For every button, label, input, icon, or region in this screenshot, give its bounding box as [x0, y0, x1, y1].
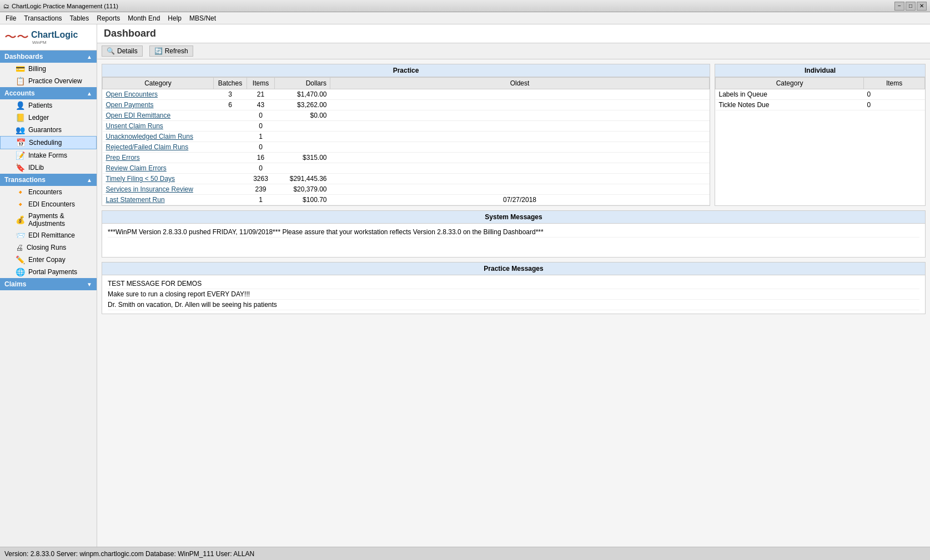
menu-reports[interactable]: Reports — [93, 13, 123, 23]
sidebar-payments-adjustments-label: Payments & Adjustments — [28, 212, 92, 228]
refresh-button[interactable]: 🔄 Refresh — [149, 46, 193, 57]
dashboards-header-label: Dashboards — [4, 53, 43, 60]
dashboards-section-header[interactable]: Dashboards — [0, 51, 97, 63]
row-items: 21 — [247, 89, 275, 100]
row-category: Open EDI Remittance — [103, 110, 214, 121]
sidebar-item-idlib[interactable]: 🔖 IDLib — [0, 162, 97, 174]
table-row[interactable]: Prep Errors 16 $315.00 — [103, 153, 710, 163]
menu-file[interactable]: File — [2, 13, 19, 23]
menu-help[interactable]: Help — [164, 13, 185, 23]
row-category: Tickle Notes Due — [716, 100, 864, 110]
sidebar-guarantors-label: Guarantors — [28, 126, 62, 134]
sidebar-item-encounters[interactable]: 🔸 Encounters — [0, 186, 97, 198]
sidebar-item-ledger[interactable]: 📒 Ledger — [0, 112, 97, 124]
row-oldest — [330, 142, 710, 153]
menu-mbs-net[interactable]: MBS/Net — [186, 13, 219, 23]
table-row[interactable]: Open EDI Remittance 0 $0.00 — [103, 110, 710, 121]
message-row: TEST MESSAGE FOR DEMOS — [108, 279, 919, 289]
sidebar-item-closing-runs[interactable]: 🖨 Closing Runs — [0, 241, 97, 254]
billing-icon: 💳 — [16, 64, 25, 73]
sidebar-closing-runs-label: Closing Runs — [27, 244, 66, 251]
sidebar-edi-encounters-label: EDI Encounters — [28, 200, 75, 208]
table-row[interactable]: Unacknowledged Claim Runs 1 — [103, 132, 710, 142]
sidebar-item-practice-overview[interactable]: 📋 Practice Overview — [0, 75, 97, 87]
row-dollars: $315.00 — [275, 153, 330, 163]
row-category: Review Claim Errors — [103, 163, 214, 174]
row-dollars — [275, 163, 330, 174]
row-items: 0 — [247, 142, 275, 153]
row-oldest — [330, 184, 710, 195]
row-items: 1 — [247, 195, 275, 205]
practice-table: Category Batches Items Dollars Oldest Op… — [102, 77, 710, 205]
refresh-label: Refresh — [165, 47, 188, 55]
row-oldest: 07/27/2018 — [330, 195, 710, 205]
sidebar-intake-forms-label: Intake Forms — [28, 152, 67, 159]
row-batches — [214, 121, 247, 132]
row-items: 0 — [247, 110, 275, 121]
toolbar: 🔍 Details 🔄 Refresh — [97, 43, 930, 59]
row-items: 0 — [247, 121, 275, 132]
sidebar-item-edi-remittance[interactable]: 📨 EDI Remittance — [0, 229, 97, 241]
table-row[interactable]: Services in Insurance Review 239 $20,379… — [103, 184, 710, 195]
table-row[interactable]: Labels in Queue 0 — [716, 89, 925, 100]
row-batches — [214, 110, 247, 121]
menu-month-end[interactable]: Month End — [124, 13, 163, 23]
menu-transactions[interactable]: Transactions — [21, 13, 65, 23]
row-category: Unsent Claim Runs — [103, 121, 214, 132]
row-oldest — [330, 153, 710, 163]
claims-section-header[interactable]: Claims — [0, 278, 97, 290]
edi-remittance-icon: 📨 — [16, 231, 25, 240]
table-row[interactable]: Rejected/Failed Claim Runs 0 — [103, 142, 710, 153]
table-row[interactable]: Last Statement Run 1 $100.70 07/27/2018 — [103, 195, 710, 205]
sidebar-item-intake-forms[interactable]: 📝 Intake Forms — [0, 149, 97, 162]
practice-col-oldest: Oldest — [330, 78, 710, 89]
accounts-section-header[interactable]: Accounts — [0, 87, 97, 99]
practice-overview-icon: 📋 — [16, 77, 25, 85]
individual-col-category: Category — [716, 78, 864, 89]
row-oldest — [330, 163, 710, 174]
sidebar-idlib-label: IDLib — [28, 164, 44, 171]
row-oldest — [330, 174, 710, 184]
details-button[interactable]: 🔍 Details — [102, 46, 143, 57]
table-row[interactable]: Unsent Claim Runs 0 — [103, 121, 710, 132]
system-messages-content: ***WinPM Version 2.8.33.0 pushed FRIDAY,… — [102, 224, 925, 257]
transactions-section-header[interactable]: Transactions — [0, 174, 97, 186]
row-category: Unacknowledged Claim Runs — [103, 132, 214, 142]
row-dollars: $3,262.00 — [275, 100, 330, 110]
sidebar-item-scheduling[interactable]: 📅 Scheduling — [0, 136, 97, 149]
edi-encounters-icon: 🔸 — [16, 200, 25, 209]
logo-wave-icon: 〜〜 — [4, 29, 29, 46]
close-button[interactable]: ✕ — [917, 2, 927, 11]
row-batches: 6 — [214, 100, 247, 110]
sidebar-item-portal-payments[interactable]: 🌐 Portal Payments — [0, 266, 97, 278]
maximize-button[interactable]: □ — [906, 2, 916, 11]
table-row[interactable]: Review Claim Errors 0 — [103, 163, 710, 174]
row-dollars — [275, 142, 330, 153]
sidebar-enter-copay-label: Enter Copay — [28, 256, 66, 264]
minimize-button[interactable]: − — [894, 2, 904, 11]
row-dollars — [275, 132, 330, 142]
details-label: Details — [117, 47, 138, 55]
sidebar-item-guarantors[interactable]: 👥 Guarantors — [0, 124, 97, 136]
row-category: Prep Errors — [103, 153, 214, 163]
sidebar-item-enter-copay[interactable]: ✏️ Enter Copay — [0, 254, 97, 266]
sidebar-encounters-label: Encounters — [28, 188, 62, 196]
sidebar-item-billing[interactable]: 💳 Billing — [0, 63, 97, 75]
table-row[interactable]: Tickle Notes Due 0 — [716, 100, 925, 110]
sidebar-item-payments-adjustments[interactable]: 💰 Payments & Adjustments — [0, 210, 97, 229]
row-batches — [214, 184, 247, 195]
message-row: Dr. Smith on vacation, Dr. Allen will be… — [108, 300, 919, 310]
table-row[interactable]: Open Encounters 3 21 $1,470.00 — [103, 89, 710, 100]
table-row[interactable]: Timely Filing < 50 Days 3263 $291,445.36 — [103, 174, 710, 184]
practice-col-batches: Batches — [214, 78, 247, 89]
app-icon: 🗂 — [3, 3, 9, 9]
sidebar-item-edi-encounters[interactable]: 🔸 EDI Encounters — [0, 198, 97, 210]
table-row[interactable]: Open Payments 6 43 $3,262.00 — [103, 100, 710, 110]
scheduling-icon: 📅 — [16, 138, 26, 147]
sidebar-billing-label: Billing — [28, 65, 46, 73]
title-bar-title: 🗂 ChartLogic Practice Management (111) — [3, 3, 118, 9]
content-area: Dashboard 🔍 Details 🔄 Refresh Practice — [97, 24, 930, 547]
sidebar-item-patients[interactable]: 👤 Patients — [0, 99, 97, 112]
row-batches — [214, 195, 247, 205]
menu-tables[interactable]: Tables — [67, 13, 93, 23]
